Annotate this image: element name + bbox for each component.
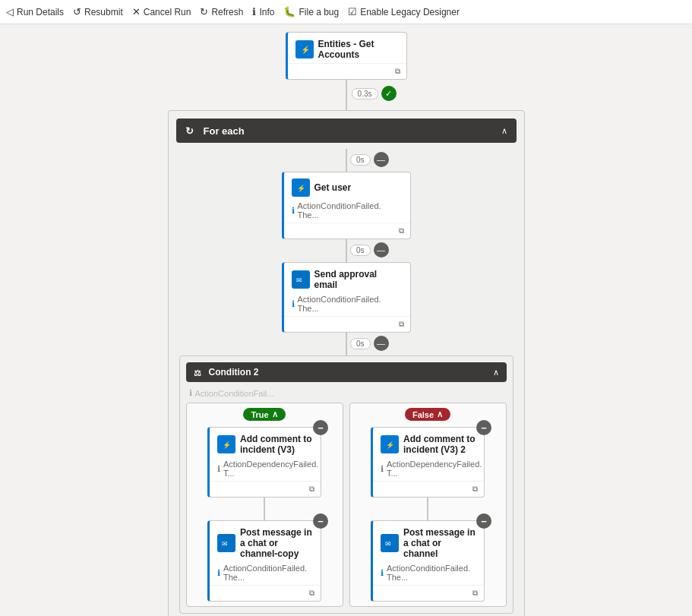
info-icon: ℹ <box>252 6 256 17</box>
connector-1: 0.3s ✓ <box>346 80 347 110</box>
condition2-label: Condition 2 <box>209 367 259 377</box>
foreach-header[interactable]: ↻ For each ∧ <box>176 118 517 143</box>
get-user-card-header: ⚡ Get user <box>284 172 410 200</box>
condition2-header-left: ⚖ Condition 2 <box>194 367 259 377</box>
condition2-error-icon: ℹ <box>189 388 192 398</box>
false-chevron-icon: ∧ <box>437 409 443 419</box>
add-comment-v3-card[interactable]: − ⚡ Add comment to incident (V3) ℹ Ac <box>207 427 321 498</box>
refresh-icon: ↻ <box>200 6 208 17</box>
add-comment-v3-2-card[interactable]: − ⚡ Add comment to incident (V3) 2 ℹ <box>371 427 485 498</box>
toolbar-legacy-designer[interactable]: ☑ Enable Legacy Designer <box>348 6 460 17</box>
post-message-error: ℹ ActionConditionFailed. The... <box>373 562 484 585</box>
true-chevron-icon: ∧ <box>272 409 278 419</box>
get-user-stop-circle: — <box>374 152 389 167</box>
toolbar: ◁ Run Details ↺ Resubmit ✕ Cancel Run ↻ … <box>0 0 692 24</box>
add-comment-v3-2-minus-btn[interactable]: − <box>476 420 491 435</box>
connector-3: 0s — <box>346 239 347 262</box>
get-user-copy-icon: ⧉ <box>399 226 404 235</box>
foreach-header-left: ↻ For each <box>185 125 245 137</box>
add-comment-v3-title: Add comment to incident (V3) <box>240 434 313 455</box>
post-message-footer: ⧉ <box>373 585 484 601</box>
foreach-inner: 0s — ⚡ Get user ℹ ActionConditionFailed. <box>176 143 517 614</box>
post-message-card[interactable]: − ✉ Post message in a chat or channel ℹ <box>371 520 485 602</box>
entities-icon: ⚡ <box>295 40 314 58</box>
send-approval-stop-circle: — <box>374 242 389 257</box>
false-branch: False ∧ − ⚡ Add comment to in <box>349 403 507 607</box>
branches: True ∧ − ⚡ Add comment to inc <box>186 403 507 607</box>
true-connector <box>264 498 265 520</box>
false-connector <box>427 498 428 520</box>
cancel-run-icon: ✕ <box>132 6 141 17</box>
post-message-copy-card[interactable]: − ✉ Post message in a chat or channel-co… <box>207 520 321 602</box>
run-details-icon: ◁ <box>6 6 14 17</box>
add-comment-v3-error-text: ActionDependencyFailed. T... <box>223 460 318 478</box>
toolbar-file-bug[interactable]: 🐛 File a bug <box>283 6 339 17</box>
add-comment-v3-2-error: ℹ ActionDependencyFailed. T... <box>373 458 484 481</box>
send-approval-footer: ⧉ <box>284 316 410 332</box>
send-approval-icon: ✉ <box>292 270 310 289</box>
send-approval-time-badge: 0s <box>350 245 371 256</box>
entities-card-footer: ⧉ <box>288 63 406 79</box>
add-comment-v3-2-header: ⚡ Add comment to incident (V3) 2 <box>373 428 484 458</box>
resubmit-label: Resubmit <box>84 7 123 17</box>
send-approval-error-icon: ℹ <box>292 299 295 309</box>
foreach-loop-icon: ↻ <box>185 125 197 137</box>
svg-text:⚡: ⚡ <box>301 45 310 55</box>
svg-text:✉: ✉ <box>385 540 391 548</box>
true-branch: True ∧ − ⚡ Add comment to inc <box>186 403 343 607</box>
false-label-text: False <box>412 410 434 419</box>
toolbar-info[interactable]: ℹ Info <box>252 6 274 17</box>
flow-container: ⚡ Entities - Get Accounts ⧉ 0.3s ✓ ↻ For… <box>81 32 612 616</box>
add-comment-v3-2-icon: ⚡ <box>381 435 399 453</box>
get-user-footer: ⧉ <box>284 223 410 239</box>
post-message-copy-error-icon: ℹ <box>217 568 220 578</box>
true-label: True ∧ <box>243 408 285 421</box>
send-approval-title: Send approval email <box>314 269 403 290</box>
info-label: Info <box>259 7 274 17</box>
toolbar-refresh[interactable]: ↻ Refresh <box>200 6 243 17</box>
send-approval-error: ℹ ActionConditionFailed. The... <box>284 293 410 316</box>
post-message-minus-btn[interactable]: − <box>476 513 491 529</box>
add-comment-v3-minus-btn[interactable]: − <box>313 420 328 435</box>
post-message-error-icon: ℹ <box>381 568 384 578</box>
condition2-icon: ⚖ <box>194 367 204 377</box>
foreach-container: ↻ For each ∧ 0s — <box>168 110 525 616</box>
entities-get-accounts-card[interactable]: ⚡ Entities - Get Accounts ⧉ <box>286 32 407 80</box>
send-approval-card[interactable]: ✉ Send approval email ℹ ActionConditionF… <box>282 262 411 333</box>
toolbar-run-details[interactable]: ◁ Run Details <box>6 6 64 17</box>
legacy-designer-label: Enable Legacy Designer <box>360 7 460 17</box>
send-approval-copy-icon: ⧉ <box>399 320 404 329</box>
post-message-icon: ✉ <box>381 534 399 552</box>
post-message-header: ✉ Post message in a chat or channel <box>373 521 484 562</box>
true-label-text: True <box>251 410 268 419</box>
post-message-copy-error: ℹ ActionConditionFailed. The... <box>210 562 321 585</box>
post-message-copy-minus-btn[interactable]: − <box>313 513 328 529</box>
add-comment-v3-2-title: Add comment to incident (V3) 2 <box>403 434 476 455</box>
foreach-label: For each <box>204 125 245 137</box>
add-comment-v3-error-icon: ℹ <box>217 464 220 474</box>
svg-text:✉: ✉ <box>222 540 228 548</box>
cancel-run-label: Cancel Run <box>144 7 191 17</box>
add-comment-v3-icon: ⚡ <box>217 435 235 453</box>
connector-line-1 <box>346 80 347 110</box>
add-comment-v3-2-copy-icon: ⧉ <box>472 485 478 494</box>
condition2-error-row: ℹ ActionConditionFail... <box>186 387 507 403</box>
get-user-error: ℹ ActionConditionFailed. The... <box>284 200 410 223</box>
connector1-time-badge: 0.3s <box>352 88 378 100</box>
toolbar-resubmit[interactable]: ↺ Resubmit <box>73 6 123 17</box>
add-comment-v3-footer: ⧉ <box>210 481 321 497</box>
connector-line-3 <box>346 239 347 262</box>
condition2-header[interactable]: ⚖ Condition 2 ∧ <box>186 362 507 382</box>
get-user-card[interactable]: ⚡ Get user ℹ ActionConditionFailed. The.… <box>282 172 411 239</box>
post-message-copy-copy-icon: ⧉ <box>309 589 314 598</box>
file-bug-label: File a bug <box>299 7 339 17</box>
add-comment-v3-header: ⚡ Add comment to incident (V3) <box>210 428 321 458</box>
entities-copy-icon: ⧉ <box>395 67 400 76</box>
toolbar-cancel-run[interactable]: ✕ Cancel Run <box>132 6 191 17</box>
add-comment-v3-copy-icon: ⧉ <box>309 485 314 494</box>
post-message-copy-title: Post message in a chat or channel-copy <box>240 527 313 559</box>
false-label: False ∧ <box>405 408 450 421</box>
bug-icon: 🐛 <box>283 6 295 17</box>
connector-4: 0s — <box>346 333 347 355</box>
add-comment-v3-2-footer: ⧉ <box>373 481 484 497</box>
